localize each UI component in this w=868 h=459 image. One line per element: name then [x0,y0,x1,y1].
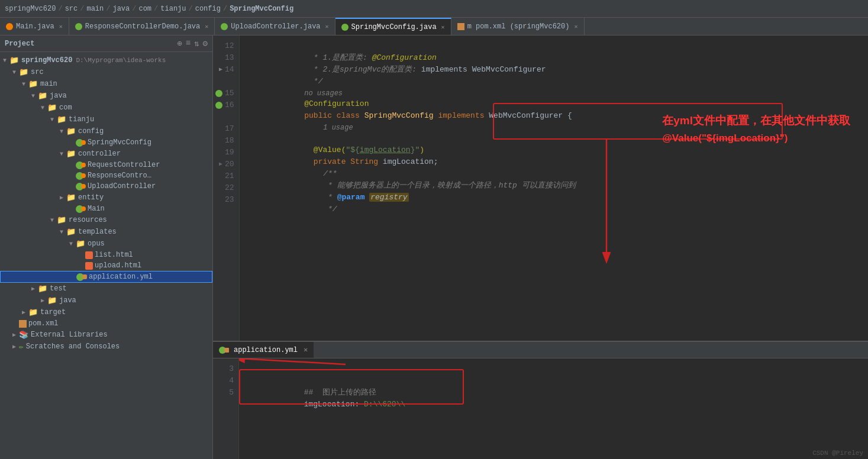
tree-item-list-html[interactable]: list.html [0,250,212,260]
expand-arrow[interactable]: ▶ [57,194,66,201]
tab-pom-xml[interactable]: m pom.xml (springMvc620) ✕ [451,18,585,35]
expand-arrow[interactable]: ▼ [57,229,66,235]
tree-item-resources[interactable]: ▼ 📁 resources [0,214,212,226]
spring-java-icon [76,161,86,169]
folder-icon: 📁 [66,127,76,136]
tree-item-requestcontroller[interactable]: RequestController [0,160,212,170]
expand-arrow[interactable]: ▼ [28,93,38,99]
tree-item-opus[interactable]: ▼ 📁 opus [0,238,212,250]
tree-item-config[interactable]: ▼ 📁 config [0,125,212,137]
yml-spring-icon [76,273,87,281]
tree-item-java-dir[interactable]: ▼ 📁 java [0,90,212,102]
expand-arrow[interactable]: ▶ [9,343,19,350]
list-icon[interactable]: ≡ [186,38,191,49]
tab-application-yml[interactable]: application.yml ✕ [213,342,314,358]
tab-bar: Main.java ✕ ResponseControllerDemo.java … [0,18,868,35]
editor-area: 12 13 ▶ 14 15 16 1 [213,35,868,459]
expand-arrow[interactable]: ▼ [38,105,47,111]
folder-icon: 📁 [19,67,28,77]
settings-icon[interactable]: ⚙ [203,38,208,49]
close-icon[interactable]: ✕ [205,23,208,30]
tree-item-upload-html[interactable]: upload.html [0,260,212,271]
sidebar-icons: ⊕ ≡ ⇅ ⚙ [177,38,208,49]
tree-item-project[interactable]: ▼ 📁 springMvc620 D:\Myprogram\idea-works [0,54,212,66]
yml-tab-icon [219,347,229,354]
tab-springmvc-java[interactable]: SpringMvcConfig.java ✕ [335,18,451,35]
line-numbers: 12 13 ▶ 14 15 16 1 [213,35,240,341]
xml-icon [19,320,27,328]
folder-icon: 📁 [38,284,47,293]
close-icon[interactable]: ✕ [325,23,329,30]
tree-item-pom-xml[interactable]: pom.xml [0,318,212,329]
tree-item-uploadcontroller[interactable]: UploadController [0,181,212,192]
expand-arrow[interactable]: ▶ [28,285,38,292]
tree-item-main-java[interactable]: Main [0,203,212,214]
line-num-12: 12 [213,40,239,52]
expand-arrow[interactable]: ▶ [38,297,47,304]
expand-arrow[interactable]: ▼ [57,151,66,157]
line-num-20: ▶ 20 [213,159,239,170]
top-bar: springMvc620 / src / main / java / com /… [0,0,868,18]
code-line-21: * 能够把服务器上的一个目录，映射成一个路径，http 可以直接访问到 [249,168,859,180]
tab-upload-java[interactable]: UploadController.java ✕ [215,18,335,35]
expand-arrow[interactable]: ▶ [9,331,19,338]
spring-gutter-icon [215,102,222,109]
code-editor-top: 12 13 ▶ 14 15 16 1 [213,35,868,341]
tree-item-controller[interactable]: ▼ 📁 controller [0,148,212,160]
close-icon[interactable]: ✕ [574,23,577,30]
folder-icon: 📁 [76,239,85,248]
tab-response-java[interactable]: ResponseControllerDemo.java ✕ [69,18,215,35]
editor-top: 12 13 ▶ 14 15 16 1 [213,35,868,341]
tree-item-external-libs[interactable]: ▶ 📚 External Libraries [0,329,212,341]
tree-item-responsecontroller[interactable]: ResponseContro… [0,170,212,181]
bottom-code-content: ## 图片上传的路径 imgLocation: D:\\620\\ [239,358,868,459]
expand-arrow[interactable]: ▼ [57,128,66,135]
folder-icon: 📁 [47,296,57,305]
tree-item-com[interactable]: ▼ 📁 com [0,102,212,114]
expand-arrow[interactable]: ▼ [66,241,76,247]
scratches-icon: ✏ [19,342,24,351]
tree-item-main-dir[interactable]: ▼ 📁 main [0,78,212,90]
line-num-usage [213,76,239,88]
folder-icon: 📁 [66,149,76,159]
sidebar: Project ⊕ ≡ ⇅ ⚙ ▼ 📁 springMvc620 D:\Mypr… [0,35,213,459]
bottom-tab-bar: application.yml ✕ [213,342,868,358]
expand-arrow[interactable]: ▶ [19,309,28,316]
tree-item-src[interactable]: ▼ 📁 src [0,66,212,78]
expand-arrow[interactable]: ▼ [47,217,57,224]
expand-arrow[interactable]: ▼ [19,81,28,88]
line-num-b5: 5 [213,387,238,399]
tree-item-application-yml[interactable]: application.yml [0,271,212,283]
tree-item-target[interactable]: ▶ 📁 target [0,306,212,318]
tree-item-tianju[interactable]: ▼ 📁 tianju [0,114,212,125]
line-num-21: 21 [213,170,239,182]
close-tab-icon[interactable]: ✕ [304,345,308,354]
expand-arrow[interactable]: ▼ [47,117,57,123]
sort-icon[interactable]: ⇅ [194,38,199,49]
tree-item-scratches[interactable]: ▶ ✏ Scratches and Consoles [0,341,212,353]
line-num-19: 19 [213,147,239,159]
folder-icon: 📁 [66,193,76,202]
close-icon[interactable]: ✕ [441,24,445,31]
line-num-usage2 [213,111,239,123]
sync-icon[interactable]: ⊕ [177,38,182,49]
tree-item-springmvcconfig[interactable]: SpringMvcConfig [0,137,212,148]
tree-item-entity[interactable]: ▶ 📁 entity [0,192,212,203]
expand-arrow[interactable]: ▼ [9,69,19,76]
tree-item-test-java[interactable]: ▶ 📁 java [0,295,212,306]
tab-main-java[interactable]: Main.java ✕ [0,18,69,35]
expand-arrow[interactable]: ▼ [0,57,9,64]
html-icon [85,251,93,259]
folder-icon: 📁 [38,91,47,101]
tree-item-test[interactable]: ▶ 📁 test [0,283,212,295]
sidebar-tree: ▼ 📁 springMvc620 D:\Myprogram\idea-works… [0,52,212,459]
sidebar-header: Project ⊕ ≡ ⇅ ⚙ [0,35,212,52]
tree-item-templates[interactable]: ▼ 📁 templates [0,226,212,238]
bottom-code-area: 3 4 5 ## 图片上传的路径 imgLocation: D:\\620\\ [213,358,868,459]
close-icon[interactable]: ✕ [59,23,63,30]
folder-icon: 📁 [57,115,66,124]
code-line-12: * 1.是配置类: @Configuration [249,40,859,52]
spring-java-icon [76,139,86,147]
spring-java-icon [76,183,86,190]
folder-icon: 📁 [57,215,66,225]
